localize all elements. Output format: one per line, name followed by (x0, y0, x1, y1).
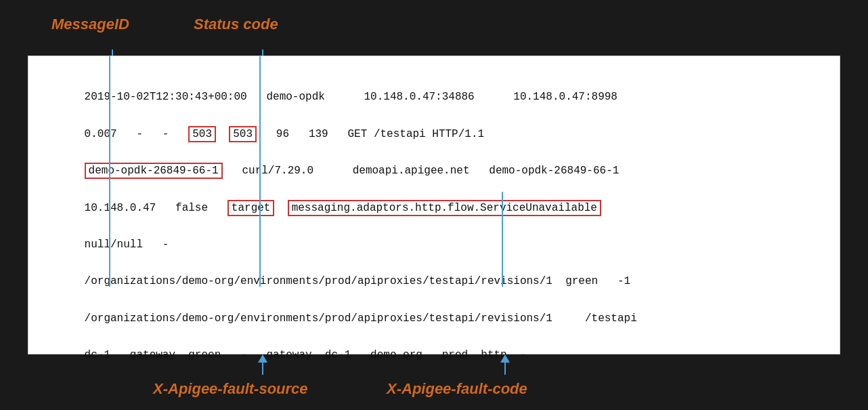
diagram-container: MessageID Status code 2019-10-02T12:3 (14, 12, 854, 398)
log-text-area: 2019-10-02T12:30:43+00:00 demo-opdk 10.1… (45, 70, 823, 383)
fault-source-value: messaging.adaptors.http.flow.ServiceUnav… (288, 200, 601, 216)
log-line7: /organizations/demo-org/environments/pro… (85, 312, 637, 325)
status-503-2: 503 (229, 126, 257, 142)
log-line2-pre: 0.007 - - (85, 128, 189, 140)
fault-code-arrow-up (500, 354, 510, 375)
log-line6: /organizations/demo-org/environments/pro… (85, 275, 631, 287)
bottom-labels-area: X-Apigee-fault-source X-Apigee-fault-cod… (28, 354, 840, 398)
fault-source-arrow-up (258, 354, 267, 375)
messageid-value: demo-opdk-26849-66-1 (85, 163, 223, 179)
statuscode-label: Status code (194, 16, 278, 33)
log-line3-post: curl/7.29.0 demoapi.apigee.net demo-opdk… (223, 165, 620, 177)
top-labels-area: MessageID Status code (28, 12, 840, 56)
log-content-box: 2019-10-02T12:30:43+00:00 demo-opdk 10.1… (28, 56, 840, 354)
log-line5: null/null - (85, 239, 169, 251)
fault-source-label: X-Apigee-fault-source (153, 380, 308, 398)
fault-code-label: X-Apigee-fault-code (387, 380, 527, 398)
messageid-label: MessageID (51, 16, 129, 33)
log-line1: 2019-10-02T12:30:43+00:00 demo-opdk 10.1… (85, 91, 617, 103)
log-line2-post: 96 139 GET /testapi HTTP/1.1 (257, 128, 484, 140)
target-value: target (227, 200, 275, 216)
status-503-1: 503 (188, 126, 216, 142)
log-line4-pre: 10.148.0.47 false (85, 202, 227, 214)
